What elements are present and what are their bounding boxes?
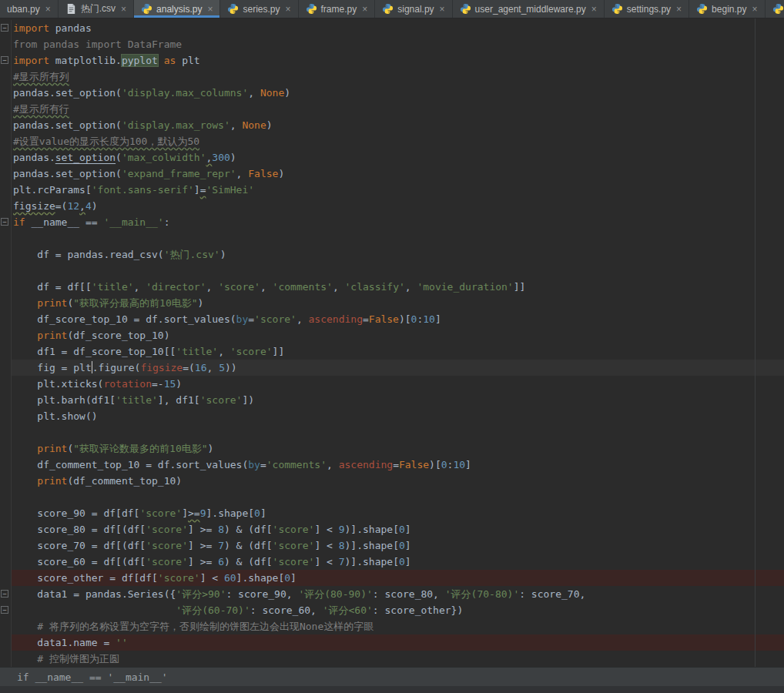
tab-close-icon[interactable]: ×: [752, 5, 757, 14]
code-line[interactable]: plt.barh(df1['title'], df1['score']): [0, 392, 784, 408]
tab-label: settings.py: [627, 4, 671, 15]
code-line[interactable]: plt.xticks(rotation=-15): [0, 376, 784, 392]
code-line[interactable]: fig = plt.figure(figsize=(16, 5)): [0, 360, 784, 376]
tab-close-icon[interactable]: ×: [676, 5, 682, 14]
gutter: [0, 246, 12, 263]
gutter: [0, 69, 12, 85]
gutter: [0, 618, 12, 634]
tab-热门.csv[interactable]: 热门.csv×: [59, 0, 134, 18]
code-line[interactable]: [0, 263, 784, 279]
code-line[interactable]: − '评分(60-70)': score_60, '评分<60': score_…: [0, 602, 784, 618]
tab-uban.py[interactable]: uban.py×: [0, 0, 59, 18]
gutter: [0, 182, 12, 198]
code-line[interactable]: from pandas import DataFrame: [0, 36, 784, 52]
tab-label: signal.py: [397, 4, 434, 15]
code-line-text: df = df[['title', 'director', 'score', '…: [12, 279, 784, 295]
code-line[interactable]: #设置value的显示长度为100，默认为50: [0, 133, 784, 149]
code-line[interactable]: [0, 424, 784, 440]
code-line[interactable]: pandas.set_option('display.max_columns',…: [0, 85, 784, 101]
tab-close-icon[interactable]: ×: [286, 5, 291, 14]
gutter: [0, 570, 12, 586]
code-line[interactable]: df_score_top_10 = df.sort_values(by='sco…: [0, 311, 784, 327]
fold-icon[interactable]: −: [1, 56, 8, 64]
code-line-text: # 控制饼图为正圆: [12, 651, 784, 667]
code-line-text: df1 = df_score_top_10[['title', 'score']…: [12, 343, 784, 360]
bottom-strip: [0, 686, 784, 693]
tab-frame.py[interactable]: frame.py×: [299, 0, 376, 18]
code-editor: −import pandasfrom pandas import DataFra…: [0, 18, 784, 667]
code-line[interactable]: print(df_comment_top_10): [0, 473, 784, 489]
code-line-text: df_comment_top_10 = df.sort_values(by='c…: [12, 457, 784, 473]
code-line[interactable]: −import matplotlib.pyplot as plt: [0, 52, 784, 69]
code-line[interactable]: #显示所有列: [0, 69, 784, 85]
tab-cut[interactable]: [766, 0, 784, 18]
code-line[interactable]: −import pandas: [0, 20, 784, 36]
code-line[interactable]: score_other = df[df['score'] < 60].shape…: [0, 570, 784, 586]
tab-close-icon[interactable]: ×: [591, 5, 597, 14]
code-line[interactable]: print(df_score_top_10): [0, 327, 784, 343]
code-line-text: score_80 = df[(df['score'] >= 8) & (df['…: [12, 521, 784, 537]
code-line-text: plt.xticks(rotation=-15): [12, 376, 784, 392]
tab-settings.py[interactable]: settings.py×: [605, 0, 689, 18]
code-line[interactable]: df = df[['title', 'director', 'score', '…: [0, 279, 784, 295]
code-line-text: [12, 263, 784, 279]
fold-icon[interactable]: −: [1, 590, 8, 598]
code-line[interactable]: # 将序列的名称设置为空字符，否则绘制的饼图左边会出现None这样的字眼: [0, 618, 784, 634]
code-line[interactable]: score_80 = df[(df['score'] >= 8) & (df['…: [0, 521, 784, 537]
python-file-icon: [306, 3, 317, 15]
code-line[interactable]: print("获取评论数最多的前10电影"): [0, 440, 784, 457]
gutter: −: [0, 52, 12, 69]
gutter: [0, 489, 12, 505]
code-line[interactable]: plt.rcParams['font.sans-serif']='SimHei': [0, 182, 784, 198]
code-line[interactable]: −if __name__ == '__main__':: [0, 214, 784, 230]
python-file-icon: [227, 3, 239, 15]
code-line[interactable]: pandas.set_option('expand_frame_repr', F…: [0, 166, 784, 182]
tab-user-agent-middleware.py[interactable]: user_agent_middleware.py×: [453, 0, 605, 18]
code-line[interactable]: − data1 = pandas.Series({'评分>90': score_…: [0, 586, 784, 602]
code-line[interactable]: df_comment_top_10 = df.sort_values(by='c…: [0, 457, 784, 473]
tab-close-icon[interactable]: ×: [45, 5, 51, 14]
gutter: [0, 634, 12, 651]
code-line[interactable]: df1 = df_score_top_10[['title', 'score']…: [0, 343, 784, 360]
python-file-icon: [611, 3, 623, 15]
code-line[interactable]: df = pandas.read_csv('热门.csv'): [0, 246, 784, 263]
code-line[interactable]: figsize=(12,4): [0, 198, 784, 214]
tab-close-icon[interactable]: ×: [362, 5, 367, 14]
gutter: [0, 263, 12, 279]
code-line[interactable]: # 控制饼图为正圆: [0, 651, 784, 667]
code-line[interactable]: #显示所有行: [0, 101, 784, 117]
fold-icon[interactable]: −: [1, 24, 8, 32]
code-line[interactable]: score_90 = df[df['score']>=9].shape[0]: [0, 505, 784, 521]
tab-label: begin.py: [712, 4, 746, 15]
gutter: [0, 343, 12, 360]
code-line[interactable]: pandas.set_option('max_colwidth',300): [0, 149, 784, 166]
code-line-text: import matplotlib.pyplot as plt: [12, 52, 784, 69]
tab-close-icon[interactable]: ×: [207, 5, 213, 14]
gutter: [0, 360, 12, 376]
code-line[interactable]: [0, 489, 784, 505]
code-line[interactable]: print("获取评分最高的前10电影"): [0, 295, 784, 311]
fold-icon[interactable]: −: [1, 218, 8, 226]
code-line-text: #设置value的显示长度为100，默认为50: [12, 133, 784, 149]
code-line-text: plt.show(): [12, 408, 784, 424]
code-line[interactable]: pandas.set_option('display.max_rows', No…: [0, 117, 784, 133]
code-line[interactable]: [0, 230, 784, 246]
tab-series.py[interactable]: series.py×: [220, 0, 298, 18]
tab-signal.py[interactable]: signal.py×: [375, 0, 452, 18]
code-line[interactable]: plt.show(): [0, 408, 784, 424]
code-line[interactable]: score_60 = df[(df['score'] >= 6) & (df['…: [0, 554, 784, 570]
gutter: [0, 473, 12, 489]
tab-close-icon[interactable]: ×: [121, 5, 126, 14]
tab-begin.py[interactable]: begin.py×: [689, 0, 765, 18]
tab-close-icon[interactable]: ×: [440, 5, 445, 14]
code-line-text: plt.rcParams['font.sans-serif']='SimHei': [12, 182, 784, 198]
code-line[interactable]: score_70 = df[(df['score'] >= 7) & (df['…: [0, 537, 784, 554]
code-line-text: if __name__ == '__main__':: [12, 214, 784, 230]
python-file-icon: [460, 3, 471, 15]
code-line-text: [12, 489, 784, 505]
fold-icon[interactable]: −: [1, 606, 8, 614]
gutter: [0, 424, 12, 440]
tab-analysis.py[interactable]: analysis.py×: [134, 0, 220, 18]
gutter: [0, 295, 12, 311]
code-line[interactable]: data1.name = '': [0, 634, 784, 651]
